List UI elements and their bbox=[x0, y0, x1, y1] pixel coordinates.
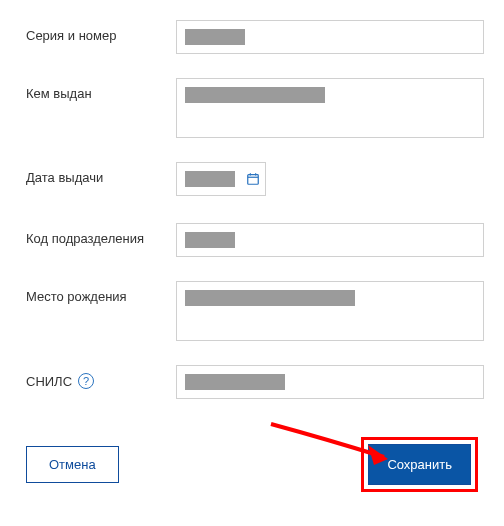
control-snils bbox=[176, 365, 484, 399]
series-number-input[interactable] bbox=[176, 20, 484, 54]
snils-input[interactable] bbox=[176, 365, 484, 399]
row-snils: СНИЛС ? bbox=[26, 365, 484, 399]
row-issue-date: Дата выдачи bbox=[26, 162, 484, 199]
control-series-number bbox=[176, 20, 484, 54]
control-issued-by bbox=[176, 78, 484, 138]
control-issue-date bbox=[176, 162, 484, 199]
label-dept-code: Код подразделения bbox=[26, 223, 176, 246]
row-series-number: Серия и номер bbox=[26, 20, 484, 54]
dept-code-input[interactable] bbox=[176, 223, 484, 257]
button-row: Отмена Сохранить bbox=[26, 437, 484, 492]
label-snils-text: СНИЛС bbox=[26, 374, 72, 389]
row-issued-by: Кем выдан bbox=[26, 78, 484, 138]
save-button[interactable]: Сохранить bbox=[368, 444, 471, 485]
row-birthplace: Место рождения bbox=[26, 281, 484, 341]
issued-by-input[interactable] bbox=[176, 78, 484, 138]
cancel-button[interactable]: Отмена bbox=[26, 446, 119, 483]
row-dept-code: Код подразделения bbox=[26, 223, 484, 257]
issue-date-input[interactable] bbox=[176, 162, 266, 196]
label-snils: СНИЛС ? bbox=[26, 365, 176, 389]
control-birthplace bbox=[176, 281, 484, 341]
help-icon[interactable]: ? bbox=[78, 373, 94, 389]
control-dept-code bbox=[176, 223, 484, 257]
birthplace-input[interactable] bbox=[176, 281, 484, 341]
label-series-number: Серия и номер bbox=[26, 20, 176, 43]
label-birthplace: Место рождения bbox=[26, 281, 176, 304]
label-issued-by: Кем выдан bbox=[26, 78, 176, 101]
label-issue-date: Дата выдачи bbox=[26, 162, 176, 185]
save-button-highlight: Сохранить bbox=[361, 437, 478, 492]
